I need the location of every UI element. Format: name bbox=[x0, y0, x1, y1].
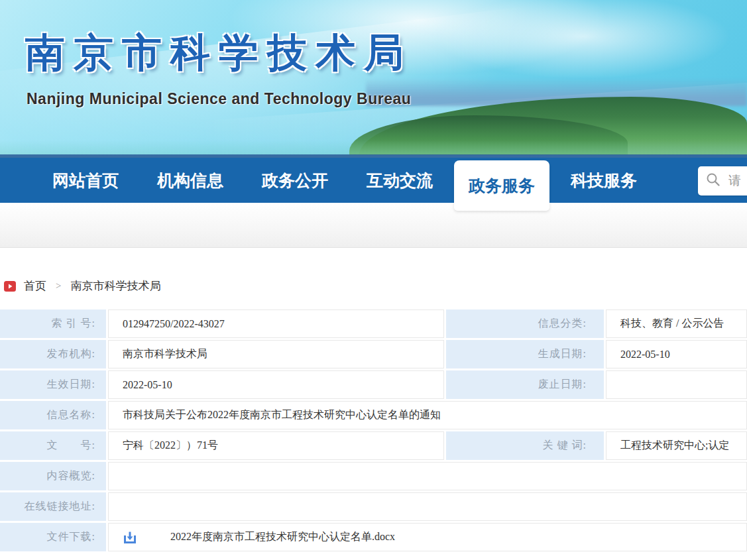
label-document-number: 文 号: bbox=[0, 431, 106, 460]
file-name: 2022年度南京市工程技术研究中心认定名单.docx bbox=[170, 530, 395, 544]
value-info-category: 科技、教育 / 公示公告 bbox=[606, 309, 747, 338]
nav-item-gov-disclosure[interactable]: 政务公开 bbox=[245, 158, 345, 203]
value-document-number: 宁科〔2022〕）71号 bbox=[108, 431, 444, 460]
value-expiry-date bbox=[606, 370, 747, 399]
value-creation-date: 2022-05-10 bbox=[606, 340, 747, 368]
label-creation-date: 生成日期: bbox=[446, 340, 604, 368]
value-issuing-agency: 南京市科学技术局 bbox=[108, 340, 444, 368]
main-navigation: 网站首页 机构信息 政务公开 互动交流 政务服务 科技服务 bbox=[0, 158, 747, 203]
label-issuing-agency: 发布机构: bbox=[0, 340, 106, 368]
label-online-link: 在线链接地址: bbox=[0, 492, 106, 521]
label-info-category: 信息分类: bbox=[446, 309, 604, 338]
label-effective-date: 生效日期: bbox=[0, 370, 106, 399]
site-subtitle-english: Nanjing Municipal Science and Technology… bbox=[27, 90, 411, 108]
nav-item-interaction[interactable]: 互动交流 bbox=[349, 158, 450, 203]
value-content-overview bbox=[108, 462, 747, 490]
secondary-nav-band bbox=[0, 203, 747, 248]
value-index-number: 012947250/2022-43027 bbox=[108, 309, 444, 338]
value-keywords: 工程技术研究中心;认定 bbox=[606, 431, 747, 460]
download-icon bbox=[123, 530, 137, 545]
value-online-link bbox=[108, 492, 747, 521]
label-file-download: 文件下载: bbox=[0, 523, 106, 551]
breadcrumb-home-icon bbox=[4, 280, 16, 292]
value-info-name: 市科技局关于公布2022年度南京市工程技术研究中心认定名单的通知 bbox=[108, 401, 747, 429]
value-file-download: 2022年度南京市工程技术研究中心认定名单.docx bbox=[108, 523, 747, 551]
breadcrumb-current-page: 南京市科学技术局 bbox=[70, 278, 160, 294]
label-content-overview: 内容概览: bbox=[0, 462, 106, 490]
search-input[interactable] bbox=[728, 174, 747, 188]
nav-item-tech-services[interactable]: 科技服务 bbox=[553, 158, 654, 203]
value-effective-date: 2022-05-10 bbox=[108, 370, 444, 399]
header-banner: 南京市科学技术局 Nanjing Municipal Science and T… bbox=[0, 0, 747, 158]
label-index-number: 索 引 号: bbox=[0, 309, 106, 338]
site-title: 南京市科学技术局 bbox=[25, 27, 412, 80]
breadcrumb-separator: > bbox=[56, 280, 61, 292]
file-download-link[interactable]: 2022年度南京市工程技术研究中心认定名单.docx bbox=[123, 530, 395, 545]
label-keywords: 关 键 词: bbox=[446, 431, 604, 460]
nav-item-org-info[interactable]: 机构信息 bbox=[140, 158, 241, 203]
search-box[interactable] bbox=[698, 166, 747, 196]
nav-item-home[interactable]: 网站首页 bbox=[35, 158, 136, 203]
document-info-table: 索 引 号: 012947250/2022-43027 信息分类: 科技、教育 … bbox=[0, 309, 747, 551]
breadcrumb-home-link[interactable]: 首页 bbox=[24, 278, 46, 294]
label-expiry-date: 废止日期: bbox=[446, 370, 604, 399]
label-info-name: 信息名称: bbox=[0, 401, 106, 429]
search-icon bbox=[706, 172, 720, 190]
nav-item-gov-services[interactable]: 政务服务 bbox=[454, 160, 549, 211]
breadcrumb: 首页 > 南京市科学技术局 bbox=[4, 278, 747, 294]
